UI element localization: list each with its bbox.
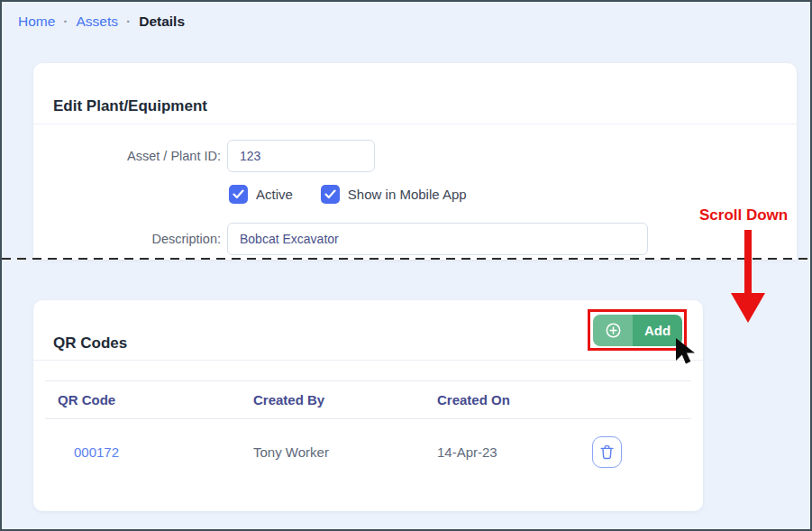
description-input[interactable] bbox=[227, 223, 648, 255]
show-in-mobile-app-checkbox-label: Show in Mobile App bbox=[348, 187, 467, 202]
checkmark-icon bbox=[324, 189, 336, 199]
description-label: Description: bbox=[33, 223, 221, 255]
page-cut-dashed-line bbox=[2, 258, 810, 260]
asset-plant-id-label: Asset / Plant ID: bbox=[33, 140, 221, 172]
edit-plant-equipment-card: Edit Plant/Equipment Asset / Plant ID: A… bbox=[33, 63, 797, 260]
scroll-down-annotation: Scroll Down bbox=[699, 206, 798, 224]
breadcrumb-assets-link[interactable]: Assets bbox=[77, 14, 119, 30]
created-on-value: 14-Apr-23 bbox=[424, 444, 592, 460]
created-by-column-header: Created By bbox=[241, 392, 424, 407]
table-row: 000172 Tony Worker 14-Apr-23 bbox=[45, 419, 691, 484]
checkbox-row: Active Show in Mobile App bbox=[229, 184, 467, 204]
qr-code-link[interactable]: 000172 bbox=[74, 444, 119, 460]
qr-codes-table: QR Code Created By Created On 000172 Ton… bbox=[45, 380, 691, 484]
delete-qr-code-button[interactable] bbox=[592, 436, 622, 468]
show-in-mobile-app-checkbox[interactable] bbox=[321, 185, 340, 204]
active-checkbox[interactable] bbox=[229, 185, 248, 204]
breadcrumb-current-details: Details bbox=[139, 14, 185, 30]
qr-card-title: QR Codes bbox=[53, 334, 127, 352]
created-by-value: Tony Worker bbox=[241, 444, 424, 460]
mouse-cursor-icon bbox=[671, 336, 700, 367]
qr-code-column-header: QR Code bbox=[45, 392, 241, 407]
asset-plant-id-input[interactable] bbox=[227, 140, 375, 172]
edit-card-title: Edit Plant/Equipment bbox=[53, 97, 207, 115]
breadcrumb-home-link[interactable]: Home bbox=[18, 14, 55, 30]
table-header-row: QR Code Created By Created On bbox=[45, 380, 691, 419]
card-header-divider bbox=[33, 124, 797, 124]
breadcrumb-separator: · bbox=[126, 14, 131, 30]
breadcrumb-separator: · bbox=[63, 14, 68, 30]
breadcrumb: Home · Assets · Details bbox=[18, 14, 185, 30]
arrow-down-icon bbox=[728, 230, 768, 325]
card-header-divider bbox=[33, 360, 703, 361]
created-on-column-header: Created On bbox=[424, 392, 592, 407]
trash-icon bbox=[600, 444, 614, 460]
app-window: Home · Assets · Details Edit Plant/Equip… bbox=[0, 0, 812, 531]
checkmark-icon bbox=[233, 189, 244, 199]
active-checkbox-label: Active bbox=[256, 187, 293, 202]
